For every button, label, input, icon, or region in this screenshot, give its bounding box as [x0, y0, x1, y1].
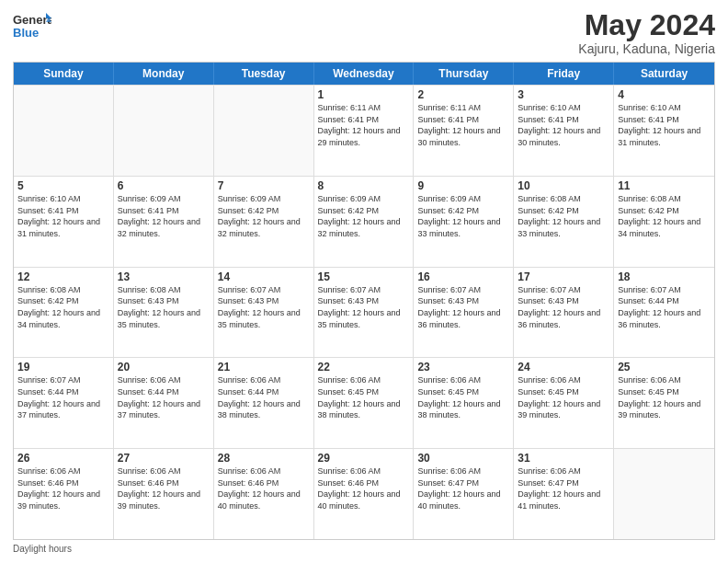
calendar-cell: 10Sunrise: 6:08 AM Sunset: 6:42 PM Dayli…: [514, 177, 614, 267]
calendar-cell: 20Sunrise: 6:06 AM Sunset: 6:44 PM Dayli…: [114, 358, 214, 448]
calendar-cell: 29Sunrise: 6:06 AM Sunset: 6:46 PM Dayli…: [314, 449, 415, 539]
svg-text:General: General: [13, 13, 51, 27]
cell-info: Sunrise: 6:10 AM Sunset: 6:41 PM Dayligh…: [17, 193, 109, 239]
cell-day-number: 14: [218, 270, 310, 283]
calendar-cell: 13Sunrise: 6:08 AM Sunset: 6:43 PM Dayli…: [114, 268, 214, 358]
calendar-cell: 5Sunrise: 6:10 AM Sunset: 6:41 PM Daylig…: [14, 177, 114, 267]
cell-info: Sunrise: 6:07 AM Sunset: 6:43 PM Dayligh…: [518, 284, 609, 330]
cell-info: Sunrise: 6:06 AM Sunset: 6:46 PM Dayligh…: [218, 465, 310, 511]
calendar-row: 1Sunrise: 6:11 AM Sunset: 6:41 PM Daylig…: [14, 85, 714, 176]
cell-day-number: 6: [118, 179, 210, 192]
cell-day-number: 25: [618, 361, 711, 373]
calendar-cell: 2Sunrise: 6:11 AM Sunset: 6:41 PM Daylig…: [414, 86, 514, 176]
calendar-cell: 19Sunrise: 6:07 AM Sunset: 6:44 PM Dayli…: [14, 358, 114, 448]
cell-info: Sunrise: 6:06 AM Sunset: 6:46 PM Dayligh…: [17, 465, 109, 511]
main-title: May 2024: [578, 9, 715, 41]
cell-day-number: 5: [17, 179, 109, 192]
cell-info: Sunrise: 6:06 AM Sunset: 6:45 PM Dayligh…: [417, 374, 509, 420]
cell-info: Sunrise: 6:06 AM Sunset: 6:45 PM Dayligh…: [618, 374, 711, 420]
calendar-cell: 30Sunrise: 6:06 AM Sunset: 6:47 PM Dayli…: [414, 449, 514, 539]
calendar-cell: 11Sunrise: 6:08 AM Sunset: 6:42 PM Dayli…: [614, 177, 714, 267]
calendar-cell: 24Sunrise: 6:06 AM Sunset: 6:45 PM Dayli…: [514, 358, 614, 448]
cell-day-number: 31: [518, 452, 609, 465]
calendar-cell: 31Sunrise: 6:06 AM Sunset: 6:47 PM Dayli…: [514, 449, 614, 539]
logo-svg: General Blue: [13, 9, 51, 44]
cell-info: Sunrise: 6:11 AM Sunset: 6:41 PM Dayligh…: [318, 102, 410, 148]
calendar-cell: 16Sunrise: 6:07 AM Sunset: 6:43 PM Dayli…: [414, 268, 514, 358]
logo: General Blue: [13, 9, 51, 44]
cell-info: Sunrise: 6:06 AM Sunset: 6:46 PM Dayligh…: [318, 465, 410, 511]
cal-header-cell: Monday: [114, 63, 214, 85]
cell-day-number: 16: [417, 270, 509, 283]
calendar-body: 1Sunrise: 6:11 AM Sunset: 6:41 PM Daylig…: [14, 85, 714, 539]
calendar-row: 26Sunrise: 6:06 AM Sunset: 6:46 PM Dayli…: [14, 448, 714, 539]
calendar-cell: 12Sunrise: 6:08 AM Sunset: 6:42 PM Dayli…: [14, 268, 114, 358]
calendar-row: 5Sunrise: 6:10 AM Sunset: 6:41 PM Daylig…: [14, 176, 714, 267]
calendar-cell: 6Sunrise: 6:09 AM Sunset: 6:41 PM Daylig…: [114, 177, 214, 267]
calendar: SundayMondayTuesdayWednesdayThursdayFrid…: [13, 62, 715, 540]
cell-day-number: 24: [518, 361, 609, 373]
footer-text: Daylight hours: [13, 544, 72, 554]
cell-info: Sunrise: 6:06 AM Sunset: 6:45 PM Dayligh…: [518, 374, 609, 420]
cell-day-number: 21: [218, 361, 310, 373]
calendar-cell: 18Sunrise: 6:07 AM Sunset: 6:44 PM Dayli…: [614, 268, 714, 358]
cell-day-number: 8: [318, 179, 410, 192]
cell-info: Sunrise: 6:09 AM Sunset: 6:42 PM Dayligh…: [318, 193, 410, 239]
calendar-cell: 3Sunrise: 6:10 AM Sunset: 6:41 PM Daylig…: [514, 86, 614, 176]
calendar-cell: 17Sunrise: 6:07 AM Sunset: 6:43 PM Dayli…: [514, 268, 614, 358]
cell-day-number: 7: [218, 179, 310, 192]
cell-day-number: 13: [118, 270, 210, 283]
cal-header-cell: Wednesday: [314, 63, 415, 85]
cell-info: Sunrise: 6:06 AM Sunset: 6:47 PM Dayligh…: [518, 465, 609, 511]
cell-info: Sunrise: 6:11 AM Sunset: 6:41 PM Dayligh…: [417, 102, 509, 148]
calendar-cell: 22Sunrise: 6:06 AM Sunset: 6:45 PM Dayli…: [314, 358, 415, 448]
cell-day-number: 26: [17, 452, 109, 465]
calendar-cell: 27Sunrise: 6:06 AM Sunset: 6:46 PM Dayli…: [114, 449, 214, 539]
calendar-cell: 26Sunrise: 6:06 AM Sunset: 6:46 PM Dayli…: [14, 449, 114, 539]
calendar-cell: 1Sunrise: 6:11 AM Sunset: 6:41 PM Daylig…: [314, 86, 415, 176]
calendar-cell: 14Sunrise: 6:07 AM Sunset: 6:43 PM Dayli…: [214, 268, 314, 358]
cell-info: Sunrise: 6:06 AM Sunset: 6:44 PM Dayligh…: [218, 374, 310, 420]
cell-day-number: 27: [118, 452, 210, 465]
cell-info: Sunrise: 6:06 AM Sunset: 6:47 PM Dayligh…: [417, 465, 509, 511]
calendar-cell: [114, 86, 214, 176]
cell-day-number: 22: [318, 361, 410, 373]
cell-day-number: 2: [417, 88, 509, 101]
cal-header-cell: Tuesday: [214, 63, 314, 85]
cell-info: Sunrise: 6:07 AM Sunset: 6:43 PM Dayligh…: [318, 284, 410, 330]
cell-info: Sunrise: 6:09 AM Sunset: 6:41 PM Dayligh…: [118, 193, 210, 239]
cell-day-number: 10: [518, 179, 609, 192]
calendar-cell: 21Sunrise: 6:06 AM Sunset: 6:44 PM Dayli…: [214, 358, 314, 448]
cell-info: Sunrise: 6:09 AM Sunset: 6:42 PM Dayligh…: [218, 193, 310, 239]
cell-info: Sunrise: 6:10 AM Sunset: 6:41 PM Dayligh…: [618, 102, 711, 148]
cal-header-cell: Sunday: [14, 63, 114, 85]
cell-day-number: 20: [118, 361, 210, 373]
cell-day-number: 1: [318, 88, 410, 101]
calendar-cell: [214, 86, 314, 176]
calendar-cell: 9Sunrise: 6:09 AM Sunset: 6:42 PM Daylig…: [414, 177, 514, 267]
page: General Blue May 2024 Kajuru, Kaduna, Ni…: [0, 0, 728, 563]
cell-info: Sunrise: 6:06 AM Sunset: 6:45 PM Dayligh…: [318, 374, 410, 420]
cal-header-cell: Friday: [514, 63, 614, 85]
cal-header-cell: Thursday: [414, 63, 514, 85]
cell-info: Sunrise: 6:08 AM Sunset: 6:42 PM Dayligh…: [518, 193, 609, 239]
cell-info: Sunrise: 6:10 AM Sunset: 6:41 PM Dayligh…: [518, 102, 609, 148]
cell-day-number: 3: [518, 88, 609, 101]
calendar-cell: 8Sunrise: 6:09 AM Sunset: 6:42 PM Daylig…: [314, 177, 415, 267]
cell-info: Sunrise: 6:07 AM Sunset: 6:44 PM Dayligh…: [618, 284, 711, 330]
cell-info: Sunrise: 6:08 AM Sunset: 6:42 PM Dayligh…: [17, 284, 109, 330]
cell-info: Sunrise: 6:08 AM Sunset: 6:43 PM Dayligh…: [118, 284, 210, 330]
cell-day-number: 28: [218, 452, 310, 465]
svg-text:Blue: Blue: [13, 26, 39, 40]
cell-info: Sunrise: 6:09 AM Sunset: 6:42 PM Dayligh…: [417, 193, 509, 239]
calendar-row: 19Sunrise: 6:07 AM Sunset: 6:44 PM Dayli…: [14, 357, 714, 448]
cell-info: Sunrise: 6:08 AM Sunset: 6:42 PM Dayligh…: [618, 193, 711, 239]
cell-info: Sunrise: 6:06 AM Sunset: 6:44 PM Dayligh…: [118, 374, 210, 420]
calendar-cell: 15Sunrise: 6:07 AM Sunset: 6:43 PM Dayli…: [314, 268, 415, 358]
cal-header-cell: Saturday: [614, 63, 714, 85]
cell-day-number: 15: [318, 270, 410, 283]
cell-day-number: 12: [17, 270, 109, 283]
subtitle: Kajuru, Kaduna, Nigeria: [578, 41, 715, 56]
calendar-cell: [614, 449, 714, 539]
cell-day-number: 29: [318, 452, 410, 465]
